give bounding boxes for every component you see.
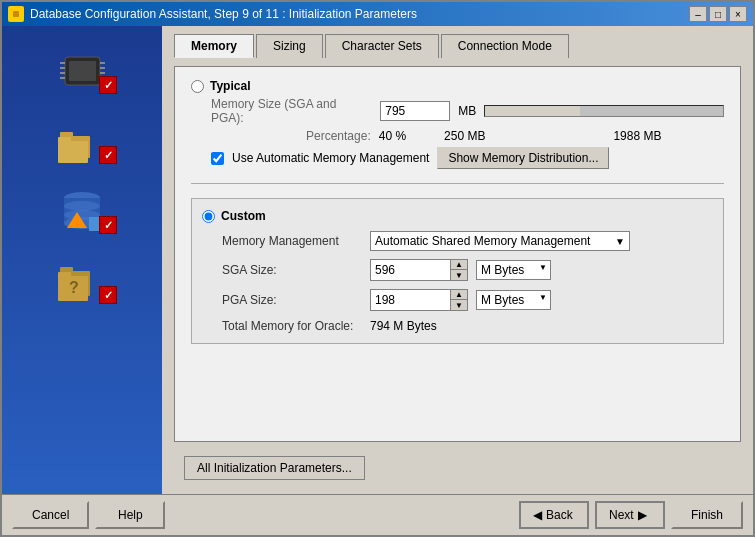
- next-arrow-icon: ▶: [638, 508, 647, 522]
- memory-size-unit: MB: [458, 104, 476, 118]
- use-auto-label: Use Automatic Memory Management: [232, 151, 429, 165]
- back-arrow-icon: ◀: [533, 508, 542, 522]
- tab-memory[interactable]: Memory: [174, 34, 254, 58]
- bottom-bar: All Initialization Parameters...: [174, 450, 741, 486]
- sidebar-item-3: ✓: [52, 186, 112, 236]
- sga-input[interactable]: [370, 259, 450, 281]
- all-initialization-parameters-button[interactable]: All Initialization Parameters...: [184, 456, 365, 480]
- footer: Cancel Help ◀ Back Next ▶ Finish: [2, 494, 753, 535]
- total-label: Total Memory for Oracle:: [222, 319, 362, 333]
- check-badge-4: ✓: [99, 286, 117, 304]
- sga-unit-dropdown[interactable]: M Bytes: [476, 260, 551, 280]
- check-badge-3: ✓: [99, 216, 117, 234]
- tab-sizing[interactable]: Sizing: [256, 34, 323, 58]
- back-label: Back: [546, 508, 573, 522]
- custom-label: Custom: [221, 209, 266, 223]
- memory-mgmt-value: Automatic Shared Memory Management: [375, 234, 590, 248]
- close-button[interactable]: ×: [729, 6, 747, 22]
- check-badge-2: ✓: [99, 146, 117, 164]
- minimize-button[interactable]: –: [689, 6, 707, 22]
- sga-row: SGA Size: ▲ ▼ M Bytes: [222, 259, 713, 281]
- typical-radio-row: Typical: [191, 79, 724, 93]
- custom-section: Custom Memory Management Automatic Share…: [191, 198, 724, 344]
- memory-size-label: Memory Size (SGA and PGA):: [211, 97, 372, 125]
- pga-unit-dropdown[interactable]: M Bytes: [476, 290, 551, 310]
- footer-right: ◀ Back Next ▶ Finish: [519, 501, 743, 529]
- tab-connection-mode[interactable]: Connection Mode: [441, 34, 569, 58]
- svg-rect-14: [58, 141, 88, 163]
- sidebar-item-4: ? ✓: [52, 256, 112, 306]
- sidebar: ✓ ✓: [2, 26, 162, 494]
- typical-radio[interactable]: [191, 80, 204, 93]
- titlebar-buttons: – □ ×: [689, 6, 747, 22]
- maximize-button[interactable]: □: [709, 6, 727, 22]
- svg-rect-26: [58, 272, 71, 278]
- right-mb: 1988 MB: [613, 129, 661, 143]
- app-icon: [8, 6, 24, 22]
- percentage-label: Percentage:: [306, 129, 371, 143]
- tabs: Memory Sizing Character Sets Connection …: [174, 34, 741, 58]
- next-label: Next: [609, 508, 634, 522]
- sga-spinner-buttons: ▲ ▼: [450, 259, 468, 281]
- svg-text:?: ?: [69, 279, 79, 296]
- memory-size-input[interactable]: [380, 101, 450, 121]
- left-mb: 250 MB: [444, 129, 485, 143]
- pga-input[interactable]: [370, 289, 450, 311]
- back-button[interactable]: ◀ Back: [519, 501, 589, 529]
- svg-rect-15: [58, 137, 71, 143]
- memory-panel: Typical Memory Size (SGA and PGA): MB Pe…: [174, 66, 741, 442]
- svg-rect-3: [69, 61, 96, 81]
- percentage-row: Percentage: 40 % 250 MB 1988 MB: [306, 129, 724, 143]
- check-badge-1: ✓: [99, 76, 117, 94]
- percentage-value: 40 %: [379, 129, 406, 143]
- use-auto-checkbox[interactable]: [211, 152, 224, 165]
- total-value: 794 M Bytes: [370, 319, 437, 333]
- pga-spinner-buttons: ▲ ▼: [450, 289, 468, 311]
- sga-down-button[interactable]: ▼: [451, 270, 467, 280]
- pga-row: PGA Size: ▲ ▼ M Bytes: [222, 289, 713, 311]
- help-button[interactable]: Help: [95, 501, 165, 529]
- right-panel: Memory Sizing Character Sets Connection …: [162, 26, 753, 494]
- memory-size-row: Memory Size (SGA and PGA): MB: [211, 97, 724, 125]
- use-auto-row: Use Automatic Memory Management Show Mem…: [211, 147, 724, 169]
- finish-button[interactable]: Finish: [671, 501, 743, 529]
- show-memory-distribution-button[interactable]: Show Memory Distribution...: [437, 147, 609, 169]
- memory-mgmt-row: Memory Management Automatic Shared Memor…: [222, 231, 713, 251]
- typical-label: Typical: [210, 79, 250, 93]
- cancel-button[interactable]: Cancel: [12, 501, 89, 529]
- tab-character-sets[interactable]: Character Sets: [325, 34, 439, 58]
- titlebar-left: Database Configuration Assistant, Step 9…: [8, 6, 417, 22]
- main-content: ✓ ✓: [2, 26, 753, 494]
- sga-label: SGA Size:: [222, 263, 362, 277]
- pga-up-button[interactable]: ▲: [451, 290, 467, 300]
- typical-section: Typical Memory Size (SGA and PGA): MB Pe…: [191, 79, 724, 169]
- custom-radio[interactable]: [202, 210, 215, 223]
- footer-left: Cancel Help: [12, 501, 165, 529]
- memory-slider[interactable]: [484, 105, 724, 117]
- memory-mgmt-dropdown[interactable]: Automatic Shared Memory Management ▼: [370, 231, 630, 251]
- sga-up-button[interactable]: ▲: [451, 260, 467, 270]
- divider: [191, 183, 724, 184]
- svg-rect-1: [13, 11, 19, 17]
- sidebar-item-2: ✓: [52, 116, 112, 166]
- sidebar-item-1: ✓: [52, 46, 112, 96]
- main-window: Database Configuration Assistant, Step 9…: [0, 0, 755, 537]
- titlebar: Database Configuration Assistant, Step 9…: [2, 2, 753, 26]
- sga-spinner: ▲ ▼: [370, 259, 468, 281]
- window-title: Database Configuration Assistant, Step 9…: [30, 7, 417, 21]
- pga-spinner: ▲ ▼: [370, 289, 468, 311]
- next-button[interactable]: Next ▶: [595, 501, 665, 529]
- dropdown-arrow-icon: ▼: [615, 236, 625, 247]
- pga-label: PGA Size:: [222, 293, 362, 307]
- memory-mgmt-label: Memory Management: [222, 234, 362, 248]
- svg-point-19: [64, 201, 100, 211]
- total-row: Total Memory for Oracle: 794 M Bytes: [222, 319, 713, 333]
- pga-down-button[interactable]: ▼: [451, 300, 467, 310]
- custom-radio-row: Custom: [202, 209, 713, 223]
